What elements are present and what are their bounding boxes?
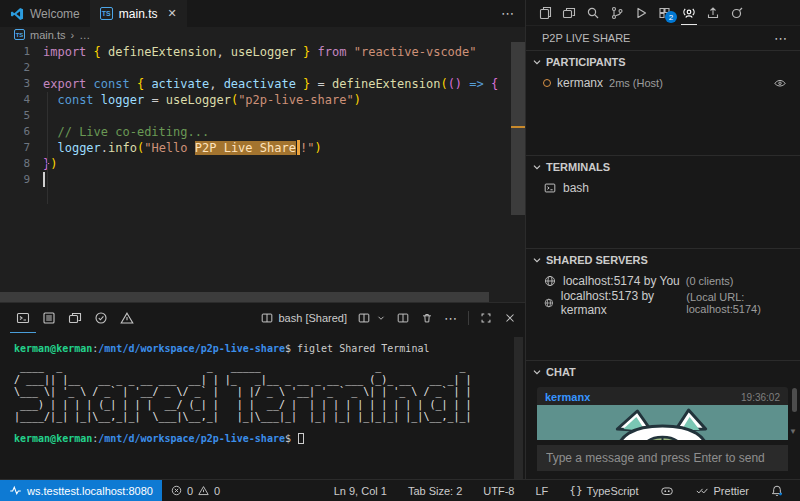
code-token: defineExtension	[332, 77, 440, 91]
tab-terminal[interactable]	[10, 304, 36, 333]
code-line[interactable]: 7 logger.info("Hello P2P Live Share!")	[0, 140, 525, 156]
code-line[interactable]: 1import { defineExtension, useLogger } f…	[0, 44, 525, 60]
activity-run-debug[interactable]	[630, 0, 652, 25]
terminal-scrollbar[interactable]	[514, 337, 523, 479]
maximize-panel-button[interactable]	[479, 311, 493, 325]
output-icon	[41, 310, 57, 326]
code-line[interactable]: 9	[0, 172, 525, 188]
copilot-icon	[660, 484, 674, 498]
code-token	[43, 141, 57, 155]
participants-header[interactable]: PARTICIPANTS	[526, 50, 800, 72]
close-panel-button[interactable]	[503, 311, 517, 325]
terminals-header[interactable]: TERMINALS	[526, 155, 800, 177]
problems-status[interactable]: 0 0	[162, 480, 228, 501]
activity-explorer[interactable]	[534, 0, 556, 25]
code-line[interactable]: 5	[0, 108, 525, 124]
code-editor[interactable]: 1import { defineExtension, useLogger } f…	[0, 42, 525, 302]
typescript-file-icon: TS	[14, 29, 25, 40]
terminal-content[interactable]: kerman@kerman:/mnt/d/workspace/p2p-live-…	[0, 333, 525, 479]
secondary-sidebar: 2 P2P LIV	[526, 0, 800, 479]
terminal-row[interactable]: bash	[526, 177, 800, 199]
copilot-status[interactable]	[656, 484, 678, 498]
activity-source-control[interactable]	[606, 0, 628, 25]
encoding[interactable]: UTF-8	[479, 485, 518, 497]
breadcrumb-file[interactable]: main.ts	[30, 29, 65, 41]
activity-p2p-live-share[interactable]	[678, 0, 700, 25]
error-icon	[170, 484, 183, 497]
scroll-down-icon[interactable]: ▼	[789, 428, 797, 436]
tab-bar: Welcome TS main.ts ✕ ⋯	[0, 0, 525, 27]
code-token: ,	[216, 45, 230, 59]
shared-servers-header[interactable]: SHARED SERVERS	[526, 248, 800, 270]
editor-vertical-scrollbar[interactable]	[511, 42, 525, 215]
editor-horizontal-scrollbar[interactable]	[0, 292, 489, 302]
code-lines: 1import { defineExtension, useLogger } f…	[0, 44, 525, 188]
prompt-command: $	[285, 433, 297, 444]
warning-icon	[197, 484, 210, 497]
tab-problems-ok[interactable]	[88, 304, 114, 333]
prompt-user: kerman@kerman	[14, 343, 92, 354]
chevron-down-icon	[530, 160, 544, 174]
activity-share[interactable]	[702, 0, 724, 25]
language-mode[interactable]: {} TypeScript	[565, 484, 642, 497]
participant-row[interactable]: kermanx 2ms (Host)	[526, 72, 800, 94]
warning-icon	[119, 310, 135, 326]
divider	[468, 311, 469, 325]
code-token: import	[43, 45, 94, 59]
formatter-status[interactable]: Prettier	[691, 484, 753, 497]
terminal-more-actions-button[interactable]: ⋯	[444, 311, 458, 326]
tab-main-ts[interactable]: TS main.ts ✕	[90, 0, 187, 27]
tab-size[interactable]: Tab Size: 2	[404, 485, 466, 497]
activity-search[interactable]	[582, 0, 604, 25]
close-tab-icon[interactable]: ✕	[167, 7, 176, 20]
code-token: {	[94, 45, 108, 59]
code-token: )	[354, 93, 361, 107]
tab-debug-console[interactable]	[62, 304, 88, 333]
chat-scrollbar-thumb[interactable]	[792, 388, 797, 412]
code-line[interactable]: 3export const { activate, deactivate } =…	[0, 76, 525, 92]
breadcrumb[interactable]: TS main.ts › …	[0, 27, 525, 42]
prompt-path: /mnt/d/workspace/p2p-live-share	[98, 343, 285, 354]
chat-image-cat[interactable]	[537, 405, 788, 440]
cursor-position[interactable]: Ln 9, Col 1	[330, 485, 391, 497]
split-terminal-button[interactable]	[396, 311, 410, 325]
code-token: !"	[300, 141, 314, 155]
line-number: 9	[0, 172, 30, 188]
line-number: 1	[0, 44, 30, 60]
activity-extensions[interactable]: 2	[654, 0, 676, 25]
editor-actions-more[interactable]: ⋯	[501, 0, 525, 27]
warning-count: 0	[214, 485, 220, 497]
code-text: })	[43, 156, 57, 172]
chat-input[interactable]	[537, 445, 788, 471]
eol-indicator[interactable]: LF	[531, 485, 552, 497]
chat-header[interactable]: CHAT	[526, 360, 800, 382]
tab-output[interactable]	[36, 304, 62, 333]
tab-welcome[interactable]: Welcome	[0, 0, 90, 27]
search-icon	[585, 5, 601, 21]
code-line[interactable]: 8})	[0, 156, 525, 172]
code-token: ()	[448, 77, 462, 91]
chat-messages[interactable]: kermanx 19:36:02	[526, 382, 800, 440]
activity-remote-windows[interactable]	[558, 0, 580, 25]
follow-participant-button[interactable]	[773, 76, 787, 90]
remote-indicator[interactable]: ws.testtest.localhost:8080	[0, 480, 162, 501]
breadcrumb-more[interactable]: …	[79, 29, 90, 41]
code-line[interactable]: 6 // Live co-editing...	[0, 124, 525, 140]
code-token: defineExtension	[108, 45, 216, 59]
kill-terminal-button[interactable]	[420, 311, 434, 325]
code-token	[43, 125, 57, 139]
launch-profile-button[interactable]	[357, 311, 386, 325]
sidebar-more-actions[interactable]: ⋯	[774, 31, 788, 46]
tab-warnings[interactable]	[114, 304, 140, 333]
code-token: from	[318, 45, 354, 59]
terminal-tab-bash-shared[interactable]: bash [Shared]	[260, 311, 348, 325]
activity-session[interactable]	[726, 0, 748, 25]
notifications-bell[interactable]	[766, 484, 788, 498]
terminal-prompt-line: kerman@kerman:/mnt/d/workspace/p2p-live-…	[14, 431, 525, 446]
code-token: =	[144, 93, 166, 107]
prompt-user: kerman@kerman	[14, 433, 92, 444]
code-token: {	[137, 77, 151, 91]
server-row[interactable]: localhost:5173 by kermanx (Local URL: lo…	[526, 292, 800, 314]
code-line[interactable]: 4 const logger = useLogger("p2p-live-sha…	[0, 92, 525, 108]
code-line[interactable]: 2	[0, 60, 525, 76]
